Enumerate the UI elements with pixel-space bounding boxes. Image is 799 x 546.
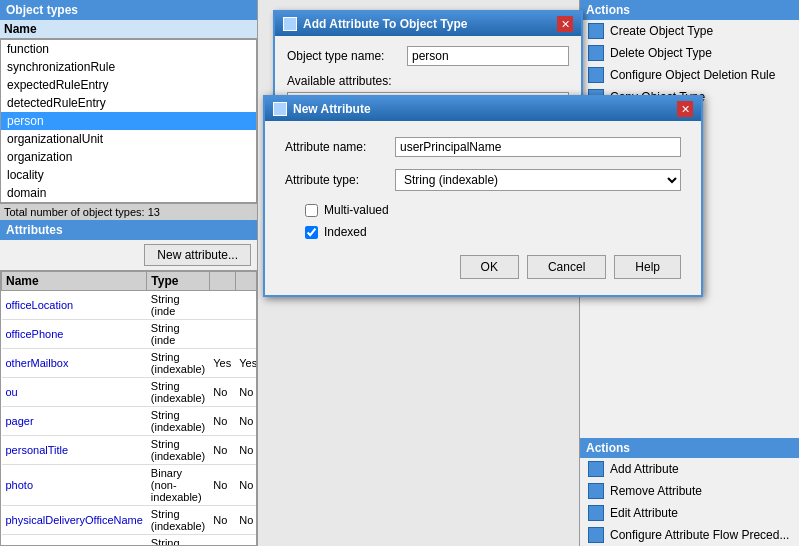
add-attribute-dialog-icon [283, 17, 297, 31]
action-icon [588, 67, 604, 83]
object-type-item[interactable]: function [1, 40, 256, 58]
add-attribute-title-bar: Add Attribute To Object Type ✕ [275, 12, 581, 36]
cell-type: String (indexable) [147, 535, 209, 547]
cell-type: String (inde [147, 320, 209, 349]
cell-name: officePhone [2, 320, 147, 349]
center-area: Add Attribute To Object Type ✕ Object ty… [258, 0, 579, 546]
col-c3 [209, 272, 235, 291]
table-row[interactable]: personalTitleString (indexable)NoNo0 [2, 436, 258, 465]
attr-name-input[interactable] [395, 137, 681, 157]
table-row[interactable]: ouString (indexable)NoNo0 [2, 378, 258, 407]
table-row[interactable]: postOfficeBoxString (indexable)NoNo0 [2, 535, 258, 547]
name-column-header: Name [0, 20, 257, 39]
add-attribute-close-button[interactable]: ✕ [557, 16, 573, 32]
object-type-item[interactable]: person [1, 112, 256, 130]
cell-c4: No [235, 535, 257, 547]
action-label: Delete Object Type [610, 46, 712, 60]
multi-valued-checkbox[interactable] [305, 204, 318, 217]
cell-name: pager [2, 407, 147, 436]
new-attribute-dialog-title: New Attribute [293, 102, 371, 116]
action-icon [588, 45, 604, 61]
actions-top-header: Actions [580, 0, 799, 20]
action-item[interactable]: Delete Object Type [580, 42, 799, 64]
col-type: Type [147, 272, 209, 291]
object-types-section: Object types Name functionsynchronizatio… [0, 0, 257, 220]
table-row[interactable]: photoBinary (non-indexable)NoNo0 [2, 465, 258, 506]
object-types-list[interactable]: functionsynchronizationRuleexpectedRuleE… [0, 39, 257, 203]
cell-type: String (indexable) [147, 407, 209, 436]
cell-c3: No [209, 465, 235, 506]
col-c4 [235, 272, 257, 291]
cell-c4 [235, 291, 257, 320]
action-icon [588, 23, 604, 39]
new-attr-help-button[interactable]: Help [614, 255, 681, 279]
new-attribute-dialog-body: Attribute name: Attribute type: String (… [265, 121, 701, 295]
object-type-input[interactable] [407, 46, 569, 66]
table-row[interactable]: otherMailboxString (indexable)YesYes0 [2, 349, 258, 378]
cell-name: officeLocation [2, 291, 147, 320]
table-row[interactable]: physicalDeliveryOfficeNameString (indexa… [2, 506, 258, 535]
cell-c3 [209, 320, 235, 349]
object-types-header: Object types [0, 0, 257, 20]
action-item[interactable]: Configure Attribute Flow Preced... [580, 524, 799, 546]
action-icon [588, 483, 604, 499]
cell-type: String (indexable) [147, 436, 209, 465]
new-attribute-buttons: OK Cancel Help [285, 255, 681, 279]
table-row[interactable]: officePhoneString (inde [2, 320, 258, 349]
cell-c3 [209, 291, 235, 320]
indexed-row: Indexed [305, 225, 681, 239]
cell-name: personalTitle [2, 436, 147, 465]
attr-type-select[interactable]: String (indexable)String (non-indexable)… [395, 169, 681, 191]
status-bar: Total number of object types: 13 [0, 203, 257, 220]
cell-c3: No [209, 535, 235, 547]
multi-valued-label: Multi-valued [324, 203, 389, 217]
new-attribute-button[interactable]: New attribute... [144, 244, 251, 266]
object-type-item[interactable]: domain [1, 184, 256, 202]
object-type-item[interactable]: organizationalUnit [1, 130, 256, 148]
action-item[interactable]: Configure Object Deletion Rule [580, 64, 799, 86]
indexed-checkbox[interactable] [305, 226, 318, 239]
action-label: Add Attribute [610, 462, 679, 476]
action-item[interactable]: Edit Attribute [580, 502, 799, 524]
action-item[interactable]: Create Object Type [580, 20, 799, 42]
new-attribute-close-button[interactable]: ✕ [677, 101, 693, 117]
cell-name: photo [2, 465, 147, 506]
cell-type: String (indexable) [147, 506, 209, 535]
attr-type-row: Attribute type: String (indexable)String… [285, 169, 681, 191]
action-icon [588, 527, 604, 543]
attr-type-label: Attribute type: [285, 173, 395, 187]
new-attribute-btn-row: New attribute... [0, 240, 257, 270]
action-label: Create Object Type [610, 24, 713, 38]
object-type-item[interactable]: organization [1, 148, 256, 166]
cell-name: postOfficeBox [2, 535, 147, 547]
cell-c4 [235, 320, 257, 349]
table-row[interactable]: officeLocationString (inde [2, 291, 258, 320]
object-type-item[interactable]: locality [1, 166, 256, 184]
cell-type: String (indexable) [147, 378, 209, 407]
table-row[interactable]: pagerString (indexable)NoNo0 [2, 407, 258, 436]
action-label: Remove Attribute [610, 484, 702, 498]
actions-bottom-list: Add AttributeRemove AttributeEdit Attrib… [580, 458, 799, 546]
action-item[interactable]: Add Attribute [580, 458, 799, 480]
action-icon [588, 461, 604, 477]
action-item[interactable]: Remove Attribute [580, 480, 799, 502]
attributes-table: Name Type officeLocationString (indeoffi… [1, 271, 257, 546]
object-type-item[interactable]: synchronizationRule [1, 58, 256, 76]
cell-c4: No [235, 506, 257, 535]
object-type-item[interactable]: expectedRuleEntry [1, 76, 256, 94]
new-attr-cancel-button[interactable]: Cancel [527, 255, 606, 279]
action-label: Edit Attribute [610, 506, 678, 520]
left-panel: Object types Name functionsynchronizatio… [0, 0, 258, 546]
cell-c4: No [235, 378, 257, 407]
cell-c4: No [235, 465, 257, 506]
new-attr-ok-button[interactable]: OK [460, 255, 519, 279]
cell-name: ou [2, 378, 147, 407]
actions-top-section: Actions Create Object TypeDelete Object … [580, 0, 799, 108]
add-attribute-dialog-title: Add Attribute To Object Type [303, 17, 467, 31]
attributes-header: Attributes [0, 220, 257, 240]
available-attrs-label: Available attributes: [287, 74, 569, 88]
new-attribute-dialog-icon [273, 102, 287, 116]
indexed-label: Indexed [324, 225, 367, 239]
object-type-item[interactable]: detectedRuleEntry [1, 94, 256, 112]
action-icon [588, 505, 604, 521]
